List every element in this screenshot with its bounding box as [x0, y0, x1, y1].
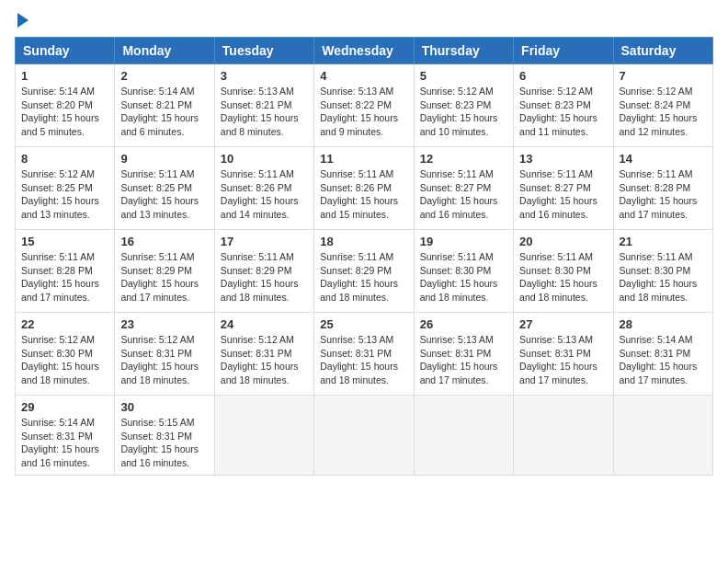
- day-number: 18: [320, 235, 407, 248]
- calendar-cell: 15Sunrise: 5:11 AMSunset: 8:28 PMDayligh…: [16, 230, 115, 313]
- calendar-week-row: 15Sunrise: 5:11 AMSunset: 8:28 PMDayligh…: [16, 230, 713, 313]
- cell-details: Sunrise: 5:11 AMSunset: 8:26 PMDaylight:…: [221, 168, 299, 220]
- cell-details: Sunrise: 5:11 AMSunset: 8:27 PMDaylight:…: [519, 168, 597, 220]
- day-number: 11: [320, 152, 407, 166]
- calendar-cell: [314, 396, 414, 476]
- day-number: 5: [420, 69, 507, 83]
- cell-details: Sunrise: 5:11 AMSunset: 8:28 PMDaylight:…: [620, 168, 698, 220]
- logo: [15, 15, 28, 28]
- cell-details: Sunrise: 5:13 AMSunset: 8:21 PMDaylight:…: [221, 86, 299, 137]
- calendar-week-row: 29Sunrise: 5:14 AMSunset: 8:31 PMDayligh…: [16, 396, 713, 476]
- calendar-cell: 8Sunrise: 5:12 AMSunset: 8:25 PMDaylight…: [16, 147, 115, 230]
- day-number: 12: [420, 152, 507, 166]
- cell-details: Sunrise: 5:12 AMSunset: 8:25 PMDaylight:…: [21, 168, 99, 220]
- calendar-cell: 24Sunrise: 5:12 AMSunset: 8:31 PMDayligh…: [214, 313, 313, 396]
- cell-details: Sunrise: 5:12 AMSunset: 8:23 PMDaylight:…: [519, 86, 597, 137]
- calendar-cell: [613, 396, 712, 476]
- day-number: 13: [519, 152, 607, 166]
- calendar-cell: 5Sunrise: 5:12 AMSunset: 8:23 PMDaylight…: [414, 64, 513, 147]
- cell-details: Sunrise: 5:14 AMSunset: 8:31 PMDaylight:…: [21, 417, 99, 468]
- calendar-cell: 18Sunrise: 5:11 AMSunset: 8:29 PMDayligh…: [314, 230, 414, 313]
- cell-details: Sunrise: 5:11 AMSunset: 8:28 PMDaylight:…: [21, 251, 99, 303]
- day-number: 3: [221, 69, 308, 83]
- cell-details: Sunrise: 5:11 AMSunset: 8:30 PMDaylight:…: [519, 251, 597, 303]
- cell-details: Sunrise: 5:11 AMSunset: 8:29 PMDaylight:…: [221, 251, 299, 303]
- calendar-cell: 28Sunrise: 5:14 AMSunset: 8:31 PMDayligh…: [613, 313, 712, 396]
- cell-details: Sunrise: 5:11 AMSunset: 8:29 PMDaylight:…: [320, 251, 398, 303]
- day-number: 23: [120, 317, 208, 331]
- day-number: 8: [21, 152, 108, 166]
- day-number: 15: [21, 235, 108, 248]
- day-number: 21: [620, 235, 707, 248]
- calendar-cell: 29Sunrise: 5:14 AMSunset: 8:31 PMDayligh…: [16, 396, 115, 476]
- header-sunday: Sunday: [16, 38, 115, 64]
- calendar-cell: 22Sunrise: 5:12 AMSunset: 8:30 PMDayligh…: [16, 313, 115, 396]
- calendar-cell: 17Sunrise: 5:11 AMSunset: 8:29 PMDayligh…: [214, 230, 313, 313]
- cell-details: Sunrise: 5:11 AMSunset: 8:29 PMDaylight:…: [120, 251, 199, 303]
- header-wednesday: Wednesday: [314, 38, 414, 64]
- day-number: 6: [519, 69, 607, 83]
- page-header: [15, 15, 713, 28]
- calendar-cell: 3Sunrise: 5:13 AMSunset: 8:21 PMDaylight…: [214, 64, 313, 147]
- calendar-cell: 30Sunrise: 5:15 AMSunset: 8:31 PMDayligh…: [115, 396, 214, 476]
- cell-details: Sunrise: 5:11 AMSunset: 8:30 PMDaylight:…: [420, 251, 498, 303]
- cell-details: Sunrise: 5:12 AMSunset: 8:30 PMDaylight:…: [21, 334, 99, 385]
- cell-details: Sunrise: 5:11 AMSunset: 8:25 PMDaylight:…: [120, 168, 199, 220]
- day-number: 26: [420, 317, 507, 331]
- day-number: 27: [519, 317, 607, 331]
- cell-details: Sunrise: 5:13 AMSunset: 8:31 PMDaylight:…: [519, 334, 597, 385]
- cell-details: Sunrise: 5:11 AMSunset: 8:30 PMDaylight:…: [620, 251, 698, 303]
- day-number: 14: [620, 152, 707, 166]
- cell-details: Sunrise: 5:13 AMSunset: 8:31 PMDaylight:…: [320, 334, 398, 385]
- calendar-cell: [214, 396, 313, 476]
- calendar-cell: 21Sunrise: 5:11 AMSunset: 8:30 PMDayligh…: [613, 230, 712, 313]
- header-saturday: Saturday: [613, 38, 712, 64]
- calendar-week-row: 8Sunrise: 5:12 AMSunset: 8:25 PMDaylight…: [16, 147, 713, 230]
- day-number: 20: [519, 235, 607, 248]
- day-number: 19: [420, 235, 507, 248]
- calendar-cell: 11Sunrise: 5:11 AMSunset: 8:26 PMDayligh…: [314, 147, 414, 230]
- day-number: 22: [21, 317, 108, 331]
- day-number: 7: [620, 69, 707, 83]
- cell-details: Sunrise: 5:14 AMSunset: 8:20 PMDaylight:…: [21, 86, 99, 137]
- day-number: 30: [120, 400, 208, 414]
- calendar-cell: 19Sunrise: 5:11 AMSunset: 8:30 PMDayligh…: [414, 230, 513, 313]
- cell-details: Sunrise: 5:12 AMSunset: 8:24 PMDaylight:…: [620, 86, 698, 137]
- calendar-cell: 23Sunrise: 5:12 AMSunset: 8:31 PMDayligh…: [115, 313, 214, 396]
- day-number: 16: [120, 235, 208, 248]
- calendar-cell: 27Sunrise: 5:13 AMSunset: 8:31 PMDayligh…: [514, 313, 613, 396]
- header-tuesday: Tuesday: [214, 38, 313, 64]
- calendar-week-row: 22Sunrise: 5:12 AMSunset: 8:30 PMDayligh…: [16, 313, 713, 396]
- calendar-week-row: 1Sunrise: 5:14 AMSunset: 8:20 PMDaylight…: [16, 64, 713, 147]
- calendar-cell: 13Sunrise: 5:11 AMSunset: 8:27 PMDayligh…: [514, 147, 613, 230]
- cell-details: Sunrise: 5:12 AMSunset: 8:31 PMDaylight:…: [120, 334, 199, 385]
- logo-arrow-icon: [17, 13, 28, 28]
- cell-details: Sunrise: 5:14 AMSunset: 8:21 PMDaylight:…: [120, 86, 199, 137]
- calendar-cell: 25Sunrise: 5:13 AMSunset: 8:31 PMDayligh…: [314, 313, 414, 396]
- cell-details: Sunrise: 5:13 AMSunset: 8:31 PMDaylight:…: [420, 334, 498, 385]
- calendar-cell: 9Sunrise: 5:11 AMSunset: 8:25 PMDaylight…: [115, 147, 214, 230]
- header-monday: Monday: [115, 38, 214, 64]
- day-number: 29: [21, 400, 108, 414]
- calendar-cell: 10Sunrise: 5:11 AMSunset: 8:26 PMDayligh…: [214, 147, 313, 230]
- cell-details: Sunrise: 5:15 AMSunset: 8:31 PMDaylight:…: [120, 417, 199, 468]
- calendar-cell: 4Sunrise: 5:13 AMSunset: 8:22 PMDaylight…: [314, 64, 414, 147]
- calendar-cell: 26Sunrise: 5:13 AMSunset: 8:31 PMDayligh…: [414, 313, 513, 396]
- day-number: 9: [120, 152, 208, 166]
- cell-details: Sunrise: 5:12 AMSunset: 8:31 PMDaylight:…: [221, 334, 299, 385]
- calendar-cell: 2Sunrise: 5:14 AMSunset: 8:21 PMDaylight…: [115, 64, 214, 147]
- calendar-cell: 14Sunrise: 5:11 AMSunset: 8:28 PMDayligh…: [613, 147, 712, 230]
- calendar-cell: 7Sunrise: 5:12 AMSunset: 8:24 PMDaylight…: [613, 64, 712, 147]
- cell-details: Sunrise: 5:11 AMSunset: 8:27 PMDaylight:…: [420, 168, 498, 220]
- day-number: 24: [221, 317, 308, 331]
- cell-details: Sunrise: 5:11 AMSunset: 8:26 PMDaylight:…: [320, 168, 398, 220]
- calendar-cell: 20Sunrise: 5:11 AMSunset: 8:30 PMDayligh…: [514, 230, 613, 313]
- calendar-cell: 6Sunrise: 5:12 AMSunset: 8:23 PMDaylight…: [514, 64, 613, 147]
- day-number: 25: [320, 317, 407, 331]
- day-number: 28: [620, 317, 707, 331]
- calendar-cell: 1Sunrise: 5:14 AMSunset: 8:20 PMDaylight…: [16, 64, 115, 147]
- calendar-cell: 16Sunrise: 5:11 AMSunset: 8:29 PMDayligh…: [115, 230, 214, 313]
- calendar-cell: [514, 396, 613, 476]
- calendar-table: SundayMondayTuesdayWednesdayThursdayFrid…: [15, 37, 713, 476]
- calendar-cell: 12Sunrise: 5:11 AMSunset: 8:27 PMDayligh…: [414, 147, 513, 230]
